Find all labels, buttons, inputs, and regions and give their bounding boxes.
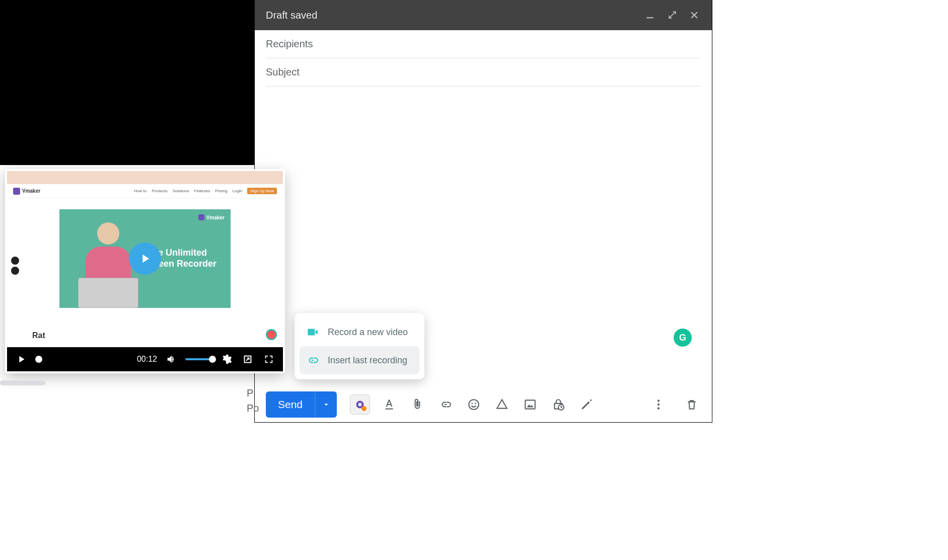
- scrollbar-stub[interactable]: [0, 380, 45, 385]
- popup-item-label: Record a new video: [328, 327, 408, 338]
- expand-icon: [667, 10, 677, 20]
- svg-point-9: [658, 399, 660, 402]
- compose-toolbar: Send: [255, 387, 712, 422]
- popup-item-label: Insert last recording: [328, 355, 407, 366]
- record-new-video-item[interactable]: Record a new video: [300, 318, 419, 346]
- nav-signup: Sign Up Now: [247, 188, 277, 194]
- nav-features: Features: [194, 189, 210, 193]
- fullscreen-button[interactable]: [262, 352, 276, 366]
- send-options-button[interactable]: [315, 391, 337, 418]
- trash-icon: [685, 398, 698, 411]
- site-nav: Vmaker How to Products Solutions Feature…: [7, 184, 283, 198]
- rat-text: Rat: [32, 331, 45, 340]
- more-vertical-icon: [652, 398, 665, 411]
- close-icon: [689, 10, 699, 20]
- svg-point-5: [471, 403, 473, 404]
- fullscreen-icon: [263, 354, 274, 365]
- lock-clock-icon: [552, 398, 565, 411]
- play-overlay[interactable]: [129, 243, 161, 275]
- subject-input[interactable]: [266, 58, 701, 87]
- truncated-background-text: P Po: [247, 385, 259, 416]
- hero-brand: Vmaker: [198, 214, 225, 220]
- link-icon: [306, 353, 320, 367]
- insert-image-button[interactable]: [521, 395, 539, 414]
- play-icon: [138, 252, 152, 266]
- time-display: 00:12: [137, 355, 157, 364]
- svg-point-4: [469, 399, 479, 410]
- compose-header: Draft saved: [255, 0, 712, 30]
- svg-point-6: [475, 403, 476, 404]
- volume-slider[interactable]: [185, 358, 212, 360]
- close-button[interactable]: [688, 9, 701, 22]
- nav-login: Login: [233, 189, 243, 193]
- progress-thumb[interactable]: [35, 356, 42, 363]
- signature-button[interactable]: [577, 395, 596, 414]
- svg-point-10: [658, 404, 660, 406]
- drive-icon: [495, 398, 508, 411]
- emoji-icon: [467, 398, 480, 411]
- play-button[interactable]: [14, 352, 28, 366]
- volume-icon: [166, 354, 177, 365]
- text-format-icon: [383, 398, 396, 411]
- minimize-icon: [645, 10, 655, 20]
- nav-products: Products: [152, 189, 168, 193]
- grammarly-badge[interactable]: G: [674, 329, 692, 347]
- attach-button[interactable]: [408, 395, 426, 414]
- settings-button[interactable]: [220, 352, 234, 366]
- play-icon: [16, 354, 27, 365]
- emoji-button[interactable]: [465, 395, 483, 414]
- compose-title: Draft saved: [266, 10, 634, 21]
- browser-tab-strip: [7, 171, 283, 184]
- vmaker-extension-button[interactable]: [350, 394, 370, 415]
- recipients-input[interactable]: [266, 30, 701, 58]
- nav-pricing: Pricing: [215, 189, 227, 193]
- insert-link-button[interactable]: [436, 395, 455, 414]
- video-player-controls: 00:12: [7, 347, 283, 371]
- more-options-button[interactable]: [649, 395, 668, 414]
- send-button[interactable]: Send: [266, 391, 337, 418]
- svg-rect-3: [385, 409, 393, 410]
- link-icon: [439, 398, 452, 411]
- nav-howto: How to: [134, 189, 147, 193]
- side-widgets: [11, 257, 19, 275]
- video-preview-card: Vmaker How to Products Solutions Feature…: [5, 169, 285, 373]
- minimize-button[interactable]: [643, 9, 657, 22]
- confidential-button[interactable]: [549, 395, 567, 414]
- paperclip-icon: [411, 398, 424, 411]
- svg-point-11: [658, 407, 660, 409]
- discard-button[interactable]: [683, 395, 701, 414]
- gear-icon: [221, 354, 232, 365]
- insert-last-recording-item[interactable]: Insert last recording: [300, 346, 419, 374]
- external-icon: [242, 354, 253, 365]
- hero-card: Vmaker Free Unlimited Screen Recorder: [59, 209, 231, 308]
- vmaker-badge-dot: [361, 406, 367, 411]
- video-camera-icon: [306, 325, 320, 339]
- volume-button[interactable]: [164, 352, 178, 366]
- formatting-button[interactable]: [380, 395, 398, 414]
- image-icon: [524, 398, 537, 411]
- chevron-down-icon: [322, 400, 331, 409]
- vmaker-popup: Record a new video Insert last recording: [295, 313, 424, 379]
- pen-icon: [580, 398, 593, 411]
- svg-rect-7: [525, 400, 535, 409]
- notification-bubble: [266, 329, 277, 340]
- background-panel: [0, 0, 254, 165]
- svg-rect-0: [646, 17, 653, 18]
- send-label: Send: [266, 398, 315, 411]
- drive-button[interactable]: [493, 395, 511, 414]
- svg-point-2: [358, 403, 362, 407]
- brand: Vmaker: [13, 188, 40, 195]
- video-content: Vmaker How to Products Solutions Feature…: [7, 184, 283, 347]
- pip-button[interactable]: [241, 352, 255, 366]
- nav-solutions: Solutions: [173, 189, 189, 193]
- fullscreen-button[interactable]: [666, 9, 679, 22]
